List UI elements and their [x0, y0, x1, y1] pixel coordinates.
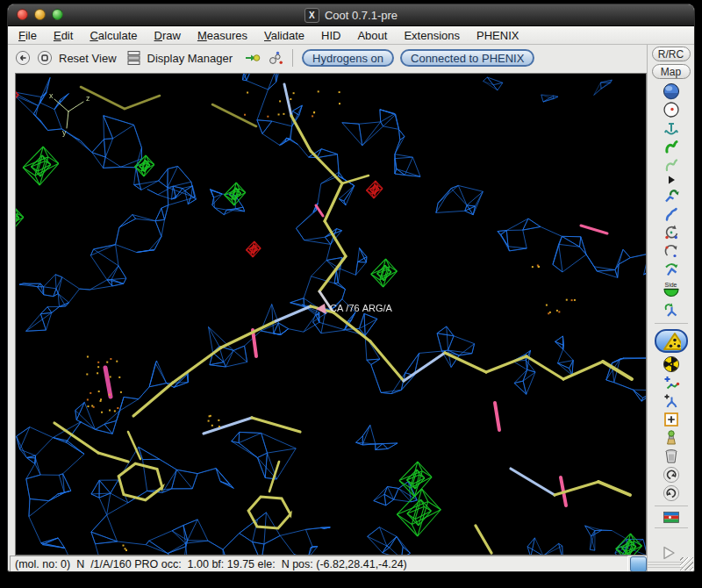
recenter-target-icon[interactable] [37, 50, 53, 66]
close-button[interactable] [17, 9, 28, 20]
menu-item-file[interactable]: File [18, 29, 37, 42]
map-button[interactable]: Map [652, 64, 691, 79]
mutate-icon[interactable] [659, 428, 684, 447]
scrollbar-thumb[interactable] [630, 556, 647, 572]
hydrogens-toggle-button[interactable]: Hydrogens on [302, 49, 394, 67]
menu-bar: FileEditCalculateDrawMeasuresValidateHID… [8, 26, 694, 45]
coot-window: X Coot 0.7.1-pre FileEditCalculateDrawMe… [7, 4, 695, 572]
menu-item-about[interactable]: About [357, 29, 387, 42]
add-alt-conf-icon[interactable] [659, 391, 684, 410]
window-title: Coot 0.7.1-pre [325, 9, 398, 22]
title-bar[interactable]: X Coot 0.7.1-pre [8, 4, 694, 26]
phenix-connection-button[interactable]: Connected to PHENIX [400, 49, 534, 67]
jiggle-fit-icon[interactable] [659, 301, 684, 319]
resize-grip[interactable] [680, 557, 693, 570]
flip-peptide-icon[interactable] [659, 260, 684, 278]
expander-arrow-icon[interactable] [659, 174, 684, 186]
undo-icon[interactable] [659, 465, 684, 484]
menu-item-phenix[interactable]: PHENIX [476, 29, 519, 42]
go-to-ligand-icon[interactable] [267, 51, 283, 66]
canvas-area [8, 71, 647, 556]
side-chain-flip-label: Side [664, 282, 677, 288]
add-terminal-residue-icon[interactable] [659, 373, 684, 391]
rigid-body-fit-icon[interactable] [659, 118, 684, 137]
auto-fit-rotamer-icon[interactable] [659, 186, 684, 204]
redo-icon[interactable] [659, 484, 684, 502]
x11-icon: X [304, 8, 319, 23]
model-fit-refine-sidebar: R/RC Map [647, 45, 694, 571]
delete-icon[interactable] [659, 447, 684, 465]
toolbar: Reset View Display Manager Hydrogens on … [8, 45, 647, 71]
menu-item-draw[interactable]: Draw [154, 29, 181, 42]
panel-handle[interactable] [648, 562, 683, 569]
menu-item-measures[interactable]: Measures [197, 29, 247, 42]
sidebar-separator [655, 527, 688, 528]
sidebar-separator [655, 323, 688, 324]
status-text: (mol. no: 0) N /1/A/160 PRO occ: 1.00 bf… [15, 558, 407, 570]
display-manager-icon[interactable] [126, 50, 141, 66]
rotamer-icon[interactable] [659, 204, 684, 223]
reset-view-button[interactable]: Reset View [59, 52, 117, 65]
menu-item-hid[interactable]: HID [321, 29, 340, 42]
go-to-atom-icon[interactable] [244, 50, 261, 66]
radiation-icon[interactable] [659, 355, 684, 373]
toolbar-separator [292, 49, 293, 67]
minimize-button[interactable] [34, 9, 46, 20]
active-tool-button[interactable] [655, 329, 688, 353]
side-chain-flip-icon[interactable]: Side [659, 278, 684, 301]
status-bar: (mol. no: 0) N /1/A/160 PRO occ: 1.00 bf… [10, 556, 628, 572]
menu-item-edit[interactable]: Edit [54, 29, 73, 42]
gl-viewport[interactable] [15, 73, 647, 556]
menu-item-calculate[interactable]: Calculate [90, 29, 137, 42]
rrc-button[interactable]: R/RC [652, 47, 691, 61]
regularize-icon[interactable] [659, 155, 684, 174]
torsion-general-icon[interactable] [659, 241, 684, 260]
menu-item-extensions[interactable]: Extensions [404, 29, 460, 42]
active-tool-icon [662, 331, 681, 352]
display-manager-button[interactable]: Display Manager [147, 52, 233, 65]
menu-item-validate[interactable]: Validate [264, 29, 304, 42]
place-atom-icon[interactable] [659, 410, 684, 428]
edit-chi-angles-icon[interactable] [659, 223, 684, 241]
zoom-button[interactable] [52, 9, 63, 20]
recentre-icon[interactable] [659, 100, 684, 118]
back-icon[interactable] [15, 50, 31, 66]
sphere-view-icon[interactable] [659, 82, 684, 100]
sidebar-separator [655, 506, 688, 506]
real-space-refine-icon[interactable] [659, 137, 684, 155]
flag-icon[interactable] [659, 510, 684, 524]
